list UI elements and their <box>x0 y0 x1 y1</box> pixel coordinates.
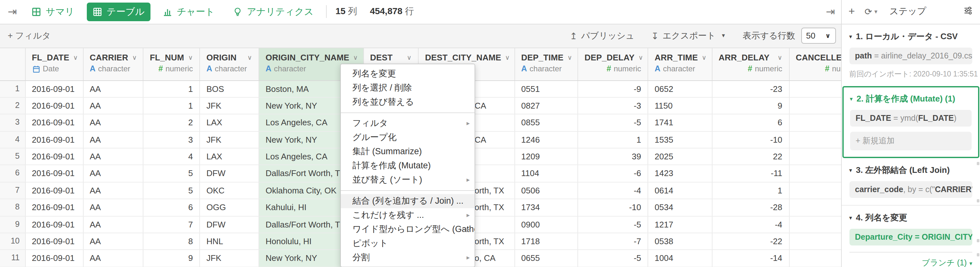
cell-ARR_TIME: 1741 <box>648 115 712 131</box>
column-menu-chevron-icon[interactable]: ∨ <box>568 54 572 61</box>
cell-ORIGIN: DFW <box>200 216 259 233</box>
branch-dropdown-icon: ▾ <box>969 260 972 266</box>
step-title[interactable]: ▾3. 左外部結合 (Left Join) <box>849 164 972 176</box>
column-header-FL_NUM[interactable]: FL_NUM∨#numeric <box>143 48 200 80</box>
collapse-step-icon[interactable]: ▾ <box>849 33 852 40</box>
column-menu-chevron-icon[interactable]: ∨ <box>247 54 252 61</box>
cell-DEP_TIME: 1246 <box>515 132 578 148</box>
column-header-CARRIER[interactable]: CARRIER∨Acharacter <box>83 48 143 80</box>
cell-ARR_TIME: 0614 <box>648 183 712 199</box>
column-type-label: numeric <box>165 64 193 73</box>
add-filter-button[interactable]: + フィルタ <box>8 30 51 42</box>
submenu-arrow-icon: ▸ <box>466 116 470 130</box>
refresh-steps-button[interactable]: ⟳▼ <box>865 7 878 17</box>
menu-item[interactable]: これだけを残す ...▸ <box>341 208 474 222</box>
numeric-type-icon: # <box>159 64 163 73</box>
cell-ORIGIN: HNL <box>200 233 259 250</box>
export-button[interactable]: ↧ エクスポート ▼ <box>651 30 726 42</box>
collapse-left-panel-icon[interactable]: ⇥ <box>8 5 17 19</box>
row-number-cell: 11 <box>0 250 25 267</box>
step-detail-pill[interactable]: + 新規追加 <box>850 132 972 150</box>
column-type-label: character <box>98 64 130 73</box>
cell-ARR_DELAY: -23 <box>712 81 789 97</box>
column-header-ORIGIN[interactable]: ORIGIN∨Acharacter <box>200 48 259 80</box>
step-title[interactable]: ▾1. ローカル・データ - CSV <box>849 30 972 42</box>
step-title-text: 3. 左外部結合 (Left Join) <box>856 164 950 176</box>
cell-ARR_TIME: 0534 <box>648 199 712 216</box>
column-type-label: character <box>274 64 306 73</box>
cell-ARR_TIME: 1150 <box>648 98 712 114</box>
cell-DEP_DELAY: -9 <box>578 81 648 97</box>
cell-ORIGIN: LAX <box>200 148 259 165</box>
menu-item[interactable]: 集計 (Summarize) <box>341 145 474 159</box>
column-menu-chevron-icon[interactable]: ∨ <box>778 54 782 61</box>
column-menu-chevron-icon[interactable]: ∨ <box>505 54 510 61</box>
column-menu-chevron-icon[interactable]: ∨ <box>702 54 707 61</box>
column-header-ARR_TIME[interactable]: ARR_TIME∨Acharacter <box>648 48 712 80</box>
column-name: DEST <box>370 53 393 62</box>
view-tab-label: サマリ <box>46 6 75 18</box>
cell-CARRIER: AA <box>83 81 143 97</box>
view-tab-analytics[interactable]: アナリティクス <box>227 3 320 21</box>
column-header-CANCELLED[interactable]: CANCELLED∨#numeric <box>789 48 841 80</box>
last-import-caption: 前回のインポート: 2020-09-10 1:35:51 PM <box>849 69 972 79</box>
step-title[interactable]: ▾2. 計算を作成 (Mutate) (1) <box>850 93 972 105</box>
steps-settings-icon[interactable] <box>963 6 973 18</box>
column-menu-chevron-icon[interactable]: ∨ <box>353 54 358 61</box>
cell-ORIGIN: JFK <box>200 132 259 148</box>
step-detail-pill[interactable]: Departure_City = ORIGIN_CITY_N... <box>849 229 972 245</box>
menu-item[interactable]: ワイド型からロング型へ (Gather)▸ <box>341 222 474 237</box>
menu-item[interactable]: グループ化 <box>341 130 474 145</box>
character-type-icon: A <box>90 64 95 73</box>
branch-link[interactable]: ブランチ (1)▾ <box>849 251 972 267</box>
step-title[interactable]: ▾4. 列名を変更 <box>849 212 972 223</box>
column-header-DEP_TIME[interactable]: DEP_TIME∨Acharacter <box>515 48 578 80</box>
submenu-arrow-icon: ▸ <box>466 222 470 237</box>
add-step-icon[interactable]: + <box>848 5 855 18</box>
column-name: CANCELLED <box>796 53 841 62</box>
menu-item[interactable]: ピボット <box>341 237 474 251</box>
view-tab-summary[interactable]: サマリ <box>26 3 80 21</box>
menu-divider <box>341 190 474 191</box>
column-menu-chevron-icon[interactable]: ∨ <box>638 54 643 61</box>
menu-item[interactable]: 列を並び替える <box>341 95 474 109</box>
menu-item[interactable]: 分割▸ <box>341 251 474 265</box>
menu-item[interactable]: 列名を変更 <box>341 67 474 81</box>
cell-ARR_TIME: 1423 <box>648 165 712 182</box>
cell-FL_DATE: 2016-09-01 <box>25 81 83 97</box>
view-tab-chart[interactable]: チャート <box>157 3 221 21</box>
cell-CARRIER: AA <box>83 233 143 250</box>
menu-item[interactable]: 計算を作成 (Mutate) <box>341 159 474 173</box>
display-rows-select[interactable]: 50 ∨ <box>801 28 836 44</box>
menu-item[interactable]: 列を選択 / 削除 <box>341 81 474 95</box>
menu-item[interactable]: 並び替え (ソート)▸ <box>341 173 474 187</box>
character-type-icon: A <box>207 64 212 73</box>
column-menu-chevron-icon[interactable]: ∨ <box>407 54 412 61</box>
step-detail-pill[interactable]: FL_DATE = ymd(FL_DATE) <box>850 110 972 126</box>
row-number-cell: 5 <box>0 148 25 165</box>
cell-DEP_TIME: 0551 <box>515 81 578 97</box>
column-header-DEP_DELAY[interactable]: DEP_DELAY∨#numeric <box>578 48 648 80</box>
row-number-cell: 8 <box>0 199 25 216</box>
step-detail-pill[interactable]: carrier_code, by = c("CARRIER" = ... <box>849 181 972 198</box>
cell-ORIGIN: JFK <box>200 250 259 267</box>
step-title-text: 1. ローカル・データ - CSV <box>856 30 958 42</box>
collapse-step-icon[interactable]: ▾ <box>850 95 853 102</box>
collapse-step-icon[interactable]: ▾ <box>849 167 852 173</box>
column-header-FL_DATE[interactable]: FL_DATE∨Date <box>25 48 83 80</box>
collapse-right-panel-icon[interactable]: ⇥ <box>826 5 835 19</box>
truncated-cell-text: orth, TX <box>474 183 504 199</box>
menu-item[interactable]: 結合 (列を追加する / Join) ... <box>341 194 474 208</box>
column-name-row: DEST_CITY_NAME∨ <box>425 53 508 62</box>
view-tab-table[interactable]: テーブル <box>87 3 151 21</box>
step-title-text: 2. 計算を作成 (Mutate) (1) <box>856 93 955 105</box>
column-menu-chevron-icon[interactable]: ∨ <box>73 54 78 61</box>
menu-item[interactable]: フィルタ▸ <box>341 116 474 130</box>
column-header-ARR_DELAY[interactable]: ARR_DELAY∨#numeric <box>712 48 789 80</box>
publish-button[interactable]: ↥ パブリッシュ <box>570 30 634 42</box>
step-detail-pill[interactable]: path = airline_delay_2016_09.csv <box>849 47 972 64</box>
column-type: Date <box>32 64 76 73</box>
collapse-step-icon[interactable]: ▾ <box>849 214 852 221</box>
column-menu-chevron-icon[interactable]: ∨ <box>132 54 137 61</box>
column-menu-chevron-icon[interactable]: ∨ <box>188 54 193 61</box>
